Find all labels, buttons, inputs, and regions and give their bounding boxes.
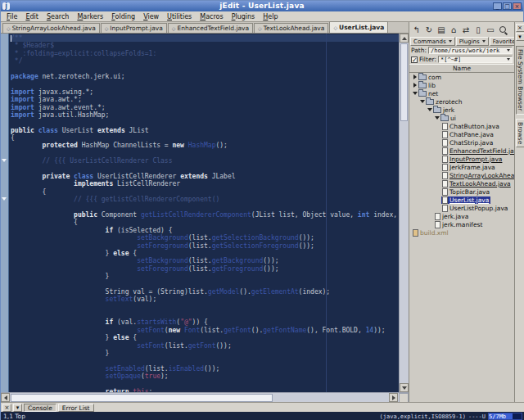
fsb-menu-commands[interactable]: Commands — [410, 37, 455, 46]
parent-directory-icon[interactable]: ↰ — [411, 25, 422, 36]
dock-tab-browse[interactable]: Browse — [516, 119, 524, 147]
home-icon[interactable]: ⌂ — [448, 25, 459, 36]
code-line: * $Header$ — [11, 42, 397, 49]
filter-label: Filter: — [419, 56, 436, 63]
collapse-arrow-icon[interactable] — [434, 115, 440, 121]
tree-label: jerk.java — [442, 213, 468, 220]
collapse-arrow-icon[interactable] — [419, 98, 426, 105]
tree-row-userlist-java[interactable]: UserList.java — [409, 196, 514, 204]
tree-row-net[interactable]: net — [409, 89, 514, 97]
code-text-area[interactable]: /** * $Header$ * :folding=explicit:colla… — [11, 34, 397, 392]
menu-file[interactable]: File — [2, 13, 21, 20]
reload-icon[interactable]: ↻ — [423, 25, 435, 36]
scroll-left-button[interactable] — [1, 393, 10, 402]
local-drives-icon[interactable]: ▤ — [436, 25, 447, 36]
code-line: public Component getListCellRendererComp… — [11, 211, 397, 219]
file-icon — [442, 123, 448, 130]
buffer-tab-enhancedtextfield-java[interactable]: ◇EnhancedTextField.java — [168, 23, 253, 33]
buffer-tab-label: InputPrompt.java — [110, 25, 162, 32]
tree-row-lib[interactable]: lib — [409, 81, 514, 89]
editor-vertical-scrollbar[interactable] — [399, 34, 409, 392]
tree-row-jerk[interactable]: jerk — [409, 106, 514, 114]
buffer-tab-textlookahead-java[interactable]: ◇TextLookAhead.java — [254, 23, 328, 33]
dock-tab-file-system-browser[interactable]: File System Browser — [516, 46, 524, 115]
tree-item: StringArrayLookAhead.java — [441, 172, 514, 179]
file-icon — [442, 139, 448, 147]
tree-label: UserList.java — [449, 196, 489, 204]
menu-edit[interactable]: Edit — [21, 13, 43, 20]
menu-help[interactable]: Help — [259, 13, 282, 20]
fold-gutter[interactable] — [1, 34, 9, 392]
scroll-up-button[interactable] — [400, 34, 409, 43]
scroll-down-button[interactable] — [400, 383, 409, 392]
buffer-tab-inputprompt-java[interactable]: ◇InputPrompt.java — [101, 23, 167, 33]
new-directory-icon[interactable]: ▭ — [485, 25, 496, 36]
tree-row-enhancedtextfield-java[interactable]: EnhancedTextField.java — [409, 147, 514, 155]
tree-row-jerkframe-java[interactable]: JerkFrame.java — [409, 163, 514, 171]
memory-gauge[interactable]: 5/7Mb — [488, 413, 522, 420]
menu-folding[interactable]: Folding — [107, 13, 139, 20]
tree-row-stringarraylookahead-java[interactable]: StringArrayLookAhead.java — [409, 171, 514, 179]
close-icon[interactable]: × — [516, 24, 524, 32]
menu-macros[interactable]: Macros — [196, 13, 227, 20]
tree-row-jerk-manifest[interactable]: jerk.manifest — [409, 220, 514, 228]
synchronize-icon[interactable]: ⇄ — [460, 25, 472, 36]
close-button[interactable]: × — [513, 2, 522, 10]
menu-utilities[interactable]: Utilities — [163, 13, 196, 20]
menu-search[interactable]: Search — [43, 13, 73, 20]
code-line: } else { — [11, 250, 397, 257]
tree-label: JerkFrame.java — [449, 164, 495, 171]
tree-item: ChatPane.java — [441, 131, 495, 138]
scroll-right-button[interactable] — [389, 393, 398, 402]
tree-row-com[interactable]: com — [409, 73, 514, 81]
dockable-button-console[interactable]: Console — [24, 404, 56, 412]
buffer-tab-stringarraylookahead-java[interactable]: ◇StringArrayLookAhead.java — [2, 23, 100, 33]
editor-pane[interactable]: /** * $Header$ * :folding=explicit:colla… — [1, 34, 409, 392]
collapse-arrow-icon[interactable] — [427, 106, 433, 113]
vertical-scrollbar-thumb[interactable] — [400, 43, 408, 121]
tree-row-topicbar-java[interactable]: TopicBar.java — [409, 187, 514, 196]
fold-marker[interactable] — [2, 159, 7, 162]
new-file-icon[interactable]: ▯ — [472, 25, 484, 36]
search-icon[interactable] — [497, 25, 508, 36]
maximize-button[interactable]: □ — [503, 2, 512, 10]
close-icon[interactable]: × — [2, 404, 11, 412]
fold-marker[interactable] — [2, 197, 7, 201]
filter-combobox[interactable]: *[^~#] — [438, 56, 513, 63]
text-caret — [11, 35, 11, 42]
collapse-arrow-icon[interactable] — [412, 90, 418, 97]
editor-horizontal-scrollbar[interactable] — [1, 392, 409, 402]
menu-markers[interactable]: Markers — [73, 13, 107, 20]
expand-arrow-icon[interactable] — [412, 82, 418, 88]
tree-row-userlistpopup-java[interactable]: UserListPopup.java — [409, 204, 514, 212]
tree-row-ui[interactable]: ui — [409, 114, 514, 122]
menu-view[interactable]: View — [139, 13, 163, 20]
buffer-tab-userlist-java[interactable]: ◇UserList.java — [329, 21, 388, 33]
tree-row-inputprompt-java[interactable]: InputPrompt.java — [409, 155, 514, 163]
menu-plugins[interactable]: Plugins — [228, 13, 260, 20]
horizontal-scrollbar-thumb[interactable] — [11, 394, 273, 402]
tree-item: UserListPopup.java — [441, 205, 509, 212]
filter-checkbox[interactable] — [411, 56, 418, 63]
tree-row-jerk-java[interactable]: jerk.java — [409, 212, 514, 220]
dropdown-arrow-icon — [507, 49, 510, 52]
tree-row-zerotech[interactable]: zerotech — [409, 97, 514, 106]
code-line: setBackground(list.getSelectionBackgroun… — [11, 234, 397, 242]
tree-row-chatstrip-java[interactable]: ChatStrip.java — [409, 138, 514, 147]
tree-row-chatbutton-java[interactable]: ChatButton.java — [409, 122, 514, 130]
dockable-button-error-list[interactable]: Error List — [58, 404, 94, 412]
file-icon — [442, 147, 448, 155]
popup-arrow-icon[interactable]: ▾ — [516, 33, 524, 41]
popup-arrow-icon[interactable]: ▾ — [13, 404, 22, 412]
expand-arrow-icon[interactable] — [412, 74, 418, 80]
minimize-button[interactable]: _ — [493, 2, 502, 10]
fsb-menu-plugins[interactable]: Plugins — [456, 37, 489, 46]
tree-row-textlookahead-java[interactable]: TextLookAhead.java — [409, 179, 514, 187]
path-combobox[interactable]: /home/russ/work/jerk — [428, 47, 513, 54]
code-line — [11, 165, 397, 173]
name-column-header[interactable]: Name — [409, 64, 514, 73]
tree-row-chatpane-java[interactable]: ChatPane.java — [409, 130, 514, 138]
code-line: import javax.swing.*; — [11, 88, 397, 96]
tree-row-build-xml[interactable]: build.xml — [409, 228, 514, 237]
code-line: private class UserListCellRenderer exten… — [11, 173, 397, 180]
